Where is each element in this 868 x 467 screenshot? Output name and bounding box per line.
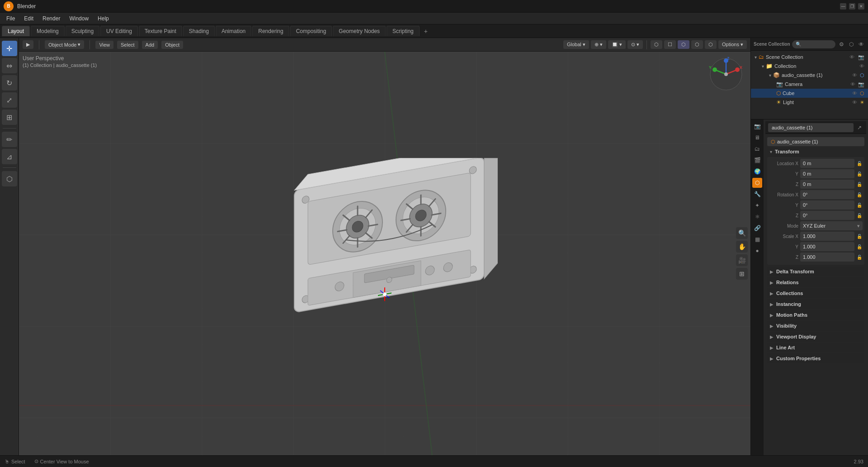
delta-transform-section[interactable]: ▶ Delta Transform [767,267,864,276]
tab-animation[interactable]: Animation [216,26,251,36]
cube-eye[interactable]: 👁 [852,91,857,96]
outliner-search[interactable]: 🔍 [792,40,835,48]
tab-uv-editing[interactable]: UV Editing [100,26,138,36]
tab-modeling[interactable]: Modeling [31,26,65,36]
cassette-eye[interactable]: 👁 [852,72,857,78]
tab-geometry-nodes[interactable]: Geometry Nodes [333,26,386,36]
relations-section[interactable]: ▶ Relations [767,277,864,287]
add-workspace-button[interactable]: + [420,26,431,37]
location-y-lock[interactable]: 🔓 [856,171,863,177]
location-z-lock[interactable]: 🔓 [856,181,863,187]
prop-expand-btn[interactable]: ↗ [855,124,863,132]
shading-wireframe[interactable]: ☐ [664,40,676,49]
location-z-field[interactable]: 0 m [800,180,854,189]
measure-tool[interactable]: ⊿ [2,149,17,164]
instancing-section[interactable]: ▶ Instancing [767,299,864,309]
outliner-filter-btn[interactable]: ⚙ [837,40,845,48]
proportional-edit[interactable]: ⊙ ▾ [627,40,643,49]
prop-object-name[interactable]: audio_cassette (1) [768,123,854,132]
camera-icon[interactable]: 🎥 [736,254,748,266]
outliner-audio-cassette[interactable]: ▾ 📦 audio_cassette (1) 👁 ⬡ [751,71,868,80]
lock-icon[interactable]: ⊞ [736,268,748,280]
rotation-y-field[interactable]: 0° [800,200,854,210]
menu-edit[interactable]: Edit [20,14,37,23]
scale-x-field[interactable]: 1.000 [800,232,854,241]
outliner-eye-col[interactable]: 👁 [857,40,865,48]
annotate-tool[interactable]: ✏ [2,132,17,147]
select-menu[interactable]: Select [117,41,138,49]
tab-compositing[interactable]: Compositing [290,26,332,36]
minimize-button[interactable]: — [840,3,846,10]
motion-paths-section[interactable]: ▶ Motion Paths [767,310,864,320]
custom-properties-section[interactable]: ▶ Custom Properties [767,353,864,363]
shading-rendered[interactable]: ⬡ [705,40,717,49]
rotation-z-lock[interactable]: 🔓 [856,212,863,219]
prop-tab-constraints[interactable]: 🔗 [752,223,762,233]
view-menu[interactable]: View [95,41,113,49]
prop-tab-render[interactable]: 📷 [752,121,762,131]
line-art-section[interactable]: ▶ Line Art [767,343,864,353]
scale-x-lock[interactable]: 🔓 [856,233,863,239]
menu-help[interactable]: Help [94,14,113,23]
viewport-3d[interactable]: User Perspective (1) Collection | audio_… [19,52,750,455]
visibility-section[interactable]: ▶ Visibility [767,321,864,331]
move-tool[interactable]: ⇔ [2,58,17,73]
camera-eye[interactable]: 👁 [850,81,855,87]
scale-y-field[interactable]: 1.000 [800,242,854,251]
light-eye[interactable]: 👁 [852,100,857,105]
tab-rendering[interactable]: Rendering [252,26,289,36]
add-object-tool[interactable]: ⬡ [2,171,17,186]
maximize-button[interactable]: ❐ [849,3,855,10]
prop-tab-object[interactable]: ⬡ [752,178,762,188]
scale-z-lock[interactable]: 🔓 [856,254,863,260]
rotate-tool[interactable]: ↻ [2,75,17,91]
prop-tab-output[interactable]: 🖥 [752,133,762,143]
prop-tab-material[interactable]: ● [752,246,762,256]
prop-tab-physics[interactable]: ⚛ [752,212,762,222]
pan-icon[interactable]: ✋ [736,241,748,253]
cursor-tool[interactable]: ✛ [2,41,17,56]
rotation-x-lock[interactable]: 🔓 [856,191,863,198]
prop-tab-view-layer[interactable]: 🗂 [752,144,762,154]
location-x-field[interactable]: 0 m [800,159,854,168]
menu-file[interactable]: File [3,14,19,23]
scene-collection-eye[interactable]: 👁 [849,54,854,60]
prop-tab-world[interactable]: 🌍 [752,167,762,176]
menu-window[interactable]: Window [66,14,92,23]
tab-sculpting[interactable]: Sculpting [66,26,99,36]
outliner-camera[interactable]: 📷 Camera 👁 📷 [751,80,868,89]
shading-material[interactable]: ⬡ [691,40,703,49]
transform-section-header[interactable]: ▾ Transform [767,147,864,156]
object-menu[interactable]: Object [161,41,183,49]
zoom-in-icon[interactable]: 🔍 [736,227,748,239]
rotation-mode-dropdown[interactable]: XYZ Euler [800,221,863,230]
scale-y-lock[interactable]: 🔓 [856,243,863,250]
navigation-gizmo[interactable]: X Y Z [708,56,744,92]
snap-button[interactable]: 🔲 ▾ [608,40,626,49]
tab-layout[interactable]: Layout [2,26,30,36]
outliner-scene-collection[interactable]: ▾ 🗂 Scene Collection 👁 📷 [751,52,868,62]
collections-section[interactable]: ▶ Collections [767,288,864,298]
menu-render[interactable]: Render [39,14,64,23]
rotation-x-field[interactable]: 0° [800,190,854,199]
prop-tab-data[interactable]: ▦ [752,234,762,244]
rotation-y-lock[interactable]: 🔓 [856,202,863,208]
scene-collection-camera[interactable]: 📷 [858,54,864,60]
add-menu[interactable]: Add [142,41,158,49]
prop-tab-modifiers[interactable]: 🔧 [752,189,762,199]
shading-solid[interactable]: ⬡ [678,40,689,49]
tab-texture-paint[interactable]: Texture Paint [139,26,182,36]
tab-shading[interactable]: Shading [183,26,215,36]
mode-dropdown[interactable]: Object Mode ▾ [45,40,84,49]
location-x-lock[interactable]: 🔓 [856,160,863,167]
tab-scripting[interactable]: Scripting [387,26,420,36]
transform-pivot[interactable]: ⊕ ▾ [591,40,606,49]
overlay-btn[interactable]: ⬡ [651,40,662,49]
outliner-light[interactable]: ☀ Light 👁 ☀ [751,98,868,107]
scale-z-field[interactable]: 1.000 [800,253,854,262]
transform-global[interactable]: Global ▾ [563,40,589,49]
options-btn[interactable]: Options ▾ [718,40,747,49]
collection-eye[interactable]: 👁 [859,63,864,69]
viewport-display-section[interactable]: ▶ Viewport Display [767,332,864,342]
outliner-collection[interactable]: ▾ 📁 Collection 👁 [751,62,868,71]
